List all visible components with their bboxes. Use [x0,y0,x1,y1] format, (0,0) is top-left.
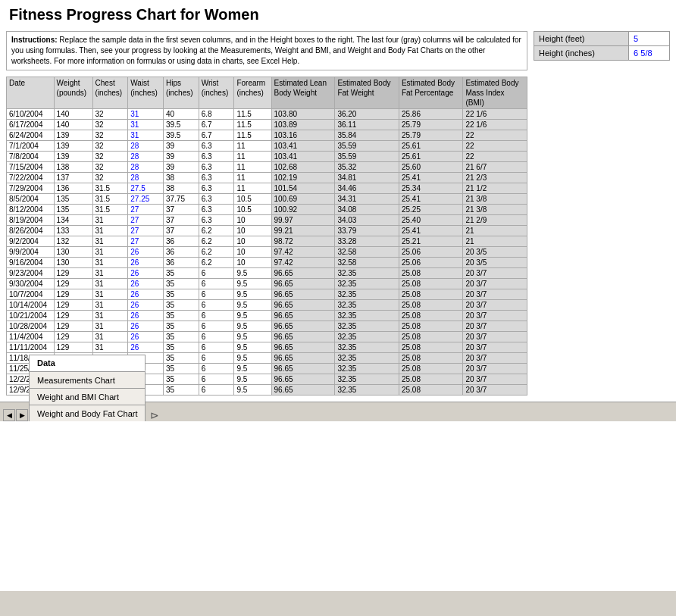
table-row[interactable]: 31 [92,247,128,258]
table-row[interactable]: 31 [92,321,128,332]
table-row[interactable]: 6.2 [199,226,234,236]
table-row[interactable]: 26 [128,258,164,268]
table-row[interactable]: 6 [199,321,234,332]
table-row[interactable]: 31.5 [92,205,128,215]
table-row[interactable]: 27 [128,226,164,236]
table-row[interactable]: 11/11/2004 [7,342,55,353]
table-row[interactable]: 35 [163,385,199,396]
tab-weight-and-body-fat-chart[interactable]: Weight and Body Fat Chart [29,405,146,421]
table-row[interactable]: 133 [54,226,92,236]
table-row[interactable]: 10 [234,236,271,247]
table-row[interactable]: 31.5 [92,183,128,194]
table-row[interactable]: 9.5 [234,321,271,332]
table-row[interactable]: 6.2 [199,236,234,247]
table-row[interactable]: 129 [54,321,92,332]
table-row[interactable]: 129 [54,342,92,353]
table-row[interactable]: 9.5 [234,279,271,289]
table-row[interactable]: 31 [92,236,128,247]
table-row[interactable]: 32 [92,130,128,141]
table-row[interactable]: 6.3 [199,173,234,183]
table-row[interactable]: 7/1/2004 [7,141,55,152]
table-row[interactable]: 36 [163,247,199,258]
table-row[interactable]: 31 [128,130,164,141]
table-row[interactable]: 6.3 [199,215,234,226]
table-row[interactable]: 9.5 [234,374,271,385]
table-row[interactable]: 9.5 [234,300,271,311]
table-row[interactable]: 8/26/2004 [7,226,55,236]
table-row[interactable]: 11 [234,162,271,173]
table-row[interactable]: 6.2 [199,258,234,268]
table-row[interactable]: 6.3 [199,194,234,205]
table-row[interactable]: 9.5 [234,385,271,396]
table-row[interactable]: 10.5 [234,205,271,215]
table-row[interactable]: 132 [54,236,92,247]
table-row[interactable]: 6 [199,332,234,342]
table-row[interactable]: 8/12/2004 [7,205,55,215]
table-row[interactable]: 39 [163,141,199,152]
table-row[interactable]: 11 [234,173,271,183]
table-row[interactable]: 10 [234,247,271,258]
table-row[interactable]: 35 [163,268,199,279]
table-row[interactable]: 11 [234,141,271,152]
table-row[interactable]: 36 [163,258,199,268]
table-row[interactable]: 129 [54,332,92,342]
table-row[interactable]: 10 [234,215,271,226]
table-row[interactable]: 39.5 [163,120,199,130]
table-row[interactable]: 9.5 [234,342,271,353]
table-row[interactable]: 6.7 [199,130,234,141]
table-row[interactable]: 37.75 [163,194,199,205]
table-row[interactable]: 129 [54,311,92,321]
table-row[interactable]: 37 [163,205,199,215]
table-row[interactable]: 140 [54,120,92,130]
table-row[interactable]: 35 [163,321,199,332]
table-row[interactable]: 6 [199,289,234,300]
table-row[interactable]: 28 [128,173,164,183]
table-row[interactable]: 32 [92,109,128,120]
tab-data[interactable]: Data [29,355,146,371]
table-row[interactable]: 9/9/2004 [7,247,55,258]
table-row[interactable]: 6/17/2004 [7,120,55,130]
table-row[interactable]: 35 [163,342,199,353]
table-row[interactable]: 31 [92,289,128,300]
table-row[interactable]: 10/21/2004 [7,311,55,321]
table-row[interactable]: 6.3 [199,162,234,173]
table-row[interactable]: 6 [199,279,234,289]
table-row[interactable]: 35 [163,332,199,342]
table-row[interactable]: 36 [163,236,199,247]
table-row[interactable]: 28 [128,152,164,162]
table-row[interactable]: 9.5 [234,289,271,300]
table-row[interactable]: 135 [54,194,92,205]
table-row[interactable]: 26 [128,268,164,279]
table-row[interactable]: 130 [54,258,92,268]
table-row[interactable]: 31 [92,226,128,236]
table-row[interactable]: 37 [163,215,199,226]
table-row[interactable]: 129 [54,268,92,279]
table-row[interactable]: 26 [128,247,164,258]
table-row[interactable]: 6.8 [199,109,234,120]
table-row[interactable]: 134 [54,215,92,226]
table-row[interactable]: 35 [163,300,199,311]
table-row[interactable]: 129 [54,289,92,300]
table-row[interactable]: 38 [163,173,199,183]
table-row[interactable]: 7/8/2004 [7,152,55,162]
table-row[interactable]: 6 [199,374,234,385]
table-row[interactable]: 27 [128,205,164,215]
table-row[interactable]: 35 [163,353,199,364]
table-row[interactable]: 27 [128,215,164,226]
table-row[interactable]: 10.5 [234,194,271,205]
table-row[interactable]: 32 [92,152,128,162]
table-row[interactable]: 32 [92,120,128,130]
table-row[interactable]: 6.3 [199,141,234,152]
table-row[interactable]: 32 [92,141,128,152]
tab-weight-and-bmi-chart[interactable]: Weight and BMI Chart [29,388,146,405]
table-row[interactable]: 6 [199,342,234,353]
table-row[interactable]: 31 [128,109,164,120]
table-row[interactable]: 11.5 [234,130,271,141]
table-row[interactable]: 38 [163,183,199,194]
table-row[interactable]: 35 [163,364,199,374]
table-row[interactable]: 6.3 [199,152,234,162]
table-row[interactable]: 31 [92,215,128,226]
table-row[interactable]: 6.3 [199,183,234,194]
table-row[interactable]: 138 [54,162,92,173]
table-row[interactable]: 137 [54,173,92,183]
